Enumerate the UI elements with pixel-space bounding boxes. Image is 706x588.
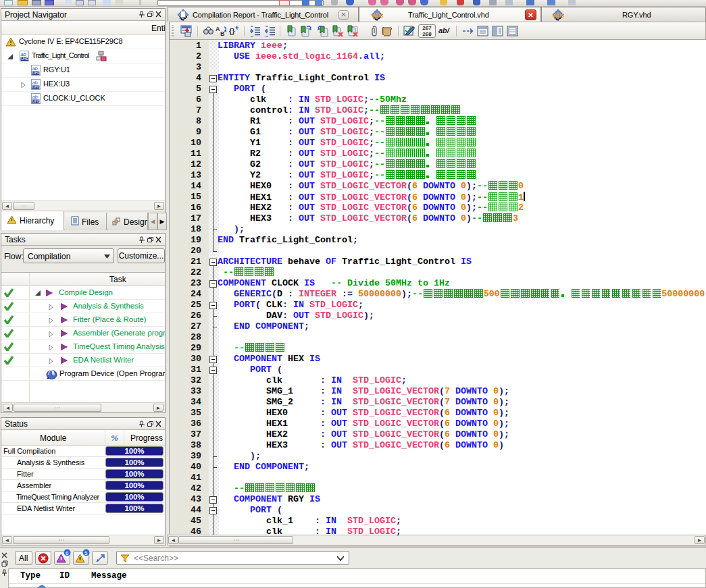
svg-text:B: B — [220, 30, 225, 37]
svg-text:6: 6 — [66, 550, 69, 556]
svg-text:5: 5 — [84, 550, 88, 556]
svg-text:A: A — [216, 26, 220, 32]
svg-text:UHD: UHD — [32, 71, 41, 75]
svg-text:{}: {} — [229, 27, 235, 35]
svg-text:abc: abc — [372, 11, 384, 19]
svg-text:UHD: UHD — [21, 57, 29, 61]
svg-text:UHD: UHD — [32, 99, 41, 103]
svg-text:abc: abc — [553, 11, 565, 19]
svg-text:UHD: UHD — [32, 85, 41, 89]
